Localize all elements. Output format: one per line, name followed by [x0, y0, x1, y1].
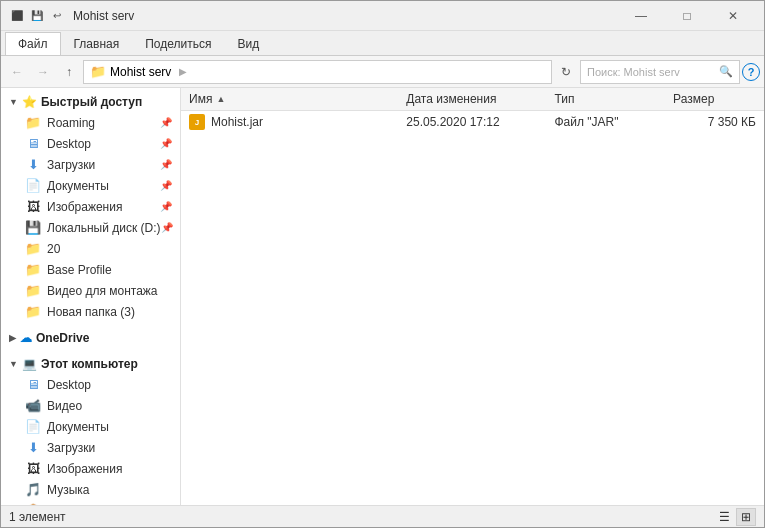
sidebar-item-documents[interactable]: 📄 Документы 📌	[1, 175, 180, 196]
sidebar-item-music[interactable]: 🎵 Музыка	[1, 479, 180, 500]
desktop2-label: Desktop	[47, 378, 91, 392]
undo-icon[interactable]: ↩	[49, 8, 65, 24]
titlebar-system-icons: ⬛ 💾 ↩	[9, 8, 65, 24]
pin-icon-images: 📌	[160, 201, 172, 212]
search-icon: 🔍	[719, 65, 733, 78]
system-icon: ⬛	[9, 8, 25, 24]
col-header-name[interactable]: Имя ▲	[181, 90, 398, 108]
file-name-cell: J Mohist.jar	[181, 114, 398, 130]
desktop-icon: 🖥	[25, 136, 41, 151]
breadcrumb-folder-icon: 📁	[90, 64, 106, 79]
col-header-size[interactable]: Размер	[665, 90, 764, 108]
sidebar-item-downloads[interactable]: ⬇ Загрузки 📌	[1, 154, 180, 175]
ribbon: Файл Главная Поделиться Вид	[1, 31, 764, 56]
documents2-label: Документы	[47, 420, 109, 434]
sidebar-section-onedrive[interactable]: ▶ ☁ OneDrive	[1, 328, 180, 348]
this-pc-label: Этот компьютер	[41, 357, 138, 371]
sort-arrow-name: ▲	[216, 94, 225, 104]
quick-access-icon[interactable]: 💾	[29, 8, 45, 24]
roaming-icon: 📁	[25, 115, 41, 130]
address-bar: ← → ↑ 📁 Mohist serv ▶ ↻ Поиск: Mohist se…	[1, 56, 764, 88]
downloads2-label: Загрузки	[47, 441, 95, 455]
documents-label: Документы	[47, 179, 109, 193]
back-button[interactable]: ←	[5, 60, 29, 84]
downloads-label: Загрузки	[47, 158, 95, 172]
large-icons-view-button[interactable]: ⊞	[736, 508, 756, 526]
refresh-button[interactable]: ↻	[554, 60, 578, 84]
minimize-button[interactable]: —	[618, 1, 664, 31]
col-header-date[interactable]: Дата изменения	[398, 90, 546, 108]
file-list: J Mohist.jar 25.05.2020 17:12 Файл "JAR"…	[181, 111, 764, 505]
titlebar: ⬛ 💾 ↩ Mohist serv — □ ✕	[1, 1, 764, 31]
maximize-button[interactable]: □	[664, 1, 710, 31]
sidebar-item-local-d[interactable]: 💾 Локальный диск (D:) 📌	[1, 217, 180, 238]
sidebar-item-desktop[interactable]: 🖥 Desktop 📌	[1, 133, 180, 154]
video-label: Видео	[47, 399, 82, 413]
base-profile-icon: 📁	[25, 262, 41, 277]
quick-access-label: ⭐	[22, 95, 37, 109]
sidebar-item-new-folder-3[interactable]: 📁 Новая папка (3)	[1, 301, 180, 322]
sidebar-section-quick-access[interactable]: ▼ ⭐ Быстрый доступ	[1, 92, 180, 112]
forward-button[interactable]: →	[31, 60, 55, 84]
local-d-icon: 💾	[25, 220, 41, 235]
pin-icon-roaming: 📌	[160, 117, 172, 128]
file-size-cell: 7 350 КБ	[665, 115, 764, 129]
sidebar-item-downloads2[interactable]: ⬇ Загрузки	[1, 437, 180, 458]
video-icon: 📹	[25, 398, 41, 413]
file-row-mohist-jar[interactable]: J Mohist.jar 25.05.2020 17:12 Файл "JAR"…	[181, 111, 764, 133]
pin-icon-local-d: 📌	[161, 222, 173, 233]
sidebar-item-video-edit[interactable]: 📁 Видео для монтажа	[1, 280, 180, 301]
sidebar-item-folder-20[interactable]: 📁 20	[1, 238, 180, 259]
video-edit-icon: 📁	[25, 283, 41, 298]
file-type-cell: Файл "JAR"	[547, 115, 666, 129]
this-pc-icon: 💻	[22, 357, 37, 371]
onedrive-label: OneDrive	[36, 331, 89, 345]
sidebar-item-documents2[interactable]: 📄 Документы	[1, 416, 180, 437]
breadcrumb-bar[interactable]: 📁 Mohist serv ▶	[83, 60, 552, 84]
close-button[interactable]: ✕	[710, 1, 756, 31]
sidebar-item-roaming[interactable]: 📁 Roaming 📌	[1, 112, 180, 133]
jar-icon: J	[189, 114, 205, 130]
help-button[interactable]: ?	[742, 63, 760, 81]
col-header-type[interactable]: Тип	[547, 90, 666, 108]
sidebar-section-this-pc[interactable]: ▼ 💻 Этот компьютер	[1, 354, 180, 374]
quick-access-chevron: ▼	[9, 97, 18, 107]
desktop2-icon: 🖥	[25, 377, 41, 392]
pin-icon-downloads: 📌	[160, 159, 172, 170]
col-date-label: Дата изменения	[406, 92, 496, 106]
onedrive-chevron: ▶	[9, 333, 16, 343]
tab-file[interactable]: Файл	[5, 32, 61, 55]
local-d-label: Локальный диск (D:)	[47, 221, 161, 235]
music-label: Музыка	[47, 483, 89, 497]
images2-icon: 🖼	[25, 461, 41, 476]
desktop-label: Desktop	[47, 137, 91, 151]
sidebar-item-base-profile[interactable]: 📁 Base Profile	[1, 259, 180, 280]
onedrive-icon: ☁	[20, 331, 32, 345]
sidebar-item-images[interactable]: 🖼 Изображения 📌	[1, 196, 180, 217]
downloads2-icon: ⬇	[25, 440, 41, 455]
new-folder-3-label: Новая папка (3)	[47, 305, 135, 319]
up-button[interactable]: ↑	[57, 60, 81, 84]
file-date-cell: 25.05.2020 17:12	[398, 115, 546, 129]
downloads-icon: ⬇	[25, 157, 41, 172]
main-layout: ▼ ⭐ Быстрый доступ 📁 Roaming 📌 🖥 Desktop…	[1, 88, 764, 505]
tab-share[interactable]: Поделиться	[132, 32, 224, 55]
sidebar-item-video[interactable]: 📹 Видео	[1, 395, 180, 416]
music-icon: 🎵	[25, 482, 41, 497]
column-headers: Имя ▲ Дата изменения Тип Размер	[181, 88, 764, 111]
sidebar-item-images2[interactable]: 🖼 Изображения	[1, 458, 180, 479]
roaming-label: Roaming	[47, 116, 95, 130]
search-box[interactable]: Поиск: Mohist serv 🔍	[580, 60, 740, 84]
images-label: Изображения	[47, 200, 122, 214]
content-area: Имя ▲ Дата изменения Тип Размер J Mohist…	[181, 88, 764, 505]
sidebar: ▼ ⭐ Быстрый доступ 📁 Roaming 📌 🖥 Desktop…	[1, 88, 181, 505]
view-controls: ☰ ⊞	[714, 508, 756, 526]
sidebar-item-desktop2[interactable]: 🖥 Desktop	[1, 374, 180, 395]
tab-view[interactable]: Вид	[224, 32, 272, 55]
folder-20-label: 20	[47, 242, 60, 256]
images-icon: 🖼	[25, 199, 41, 214]
window-controls: — □ ✕	[618, 1, 756, 31]
details-view-button[interactable]: ☰	[714, 508, 734, 526]
tab-home[interactable]: Главная	[61, 32, 133, 55]
documents-icon: 📄	[25, 178, 41, 193]
